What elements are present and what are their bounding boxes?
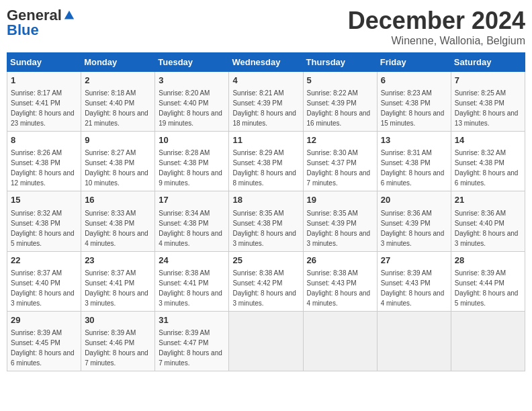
col-monday: Monday <box>81 53 155 72</box>
col-saturday: Saturday <box>451 53 525 72</box>
day-number: 9 <box>85 134 151 146</box>
calendar-cell: 15Sunrise: 8:32 AMSunset: 4:38 PMDayligh… <box>7 191 81 251</box>
day-number: 19 <box>307 194 373 206</box>
day-info: Sunrise: 8:38 AMSunset: 4:41 PMDaylight:… <box>159 269 222 307</box>
day-number: 1 <box>11 75 77 87</box>
day-number: 22 <box>11 255 77 267</box>
calendar-cell: 5Sunrise: 8:22 AMSunset: 4:39 PMDaylight… <box>303 72 377 132</box>
day-info: Sunrise: 8:33 AMSunset: 4:38 PMDaylight:… <box>85 210 148 247</box>
calendar-week-row: 22Sunrise: 8:37 AMSunset: 4:40 PMDayligh… <box>7 251 525 311</box>
calendar-cell: 12Sunrise: 8:30 AMSunset: 4:37 PMDayligh… <box>303 132 377 191</box>
col-friday: Friday <box>377 53 451 72</box>
day-number: 24 <box>159 255 225 267</box>
calendar-cell: 31Sunrise: 8:39 AMSunset: 4:47 PMDayligh… <box>155 311 229 371</box>
day-number: 23 <box>85 255 151 267</box>
day-number: 3 <box>159 75 225 87</box>
calendar-cell: 11Sunrise: 8:29 AMSunset: 4:38 PMDayligh… <box>229 132 303 191</box>
calendar-cell: 26Sunrise: 8:38 AMSunset: 4:43 PMDayligh… <box>303 251 377 311</box>
day-number: 6 <box>381 75 447 87</box>
day-number: 17 <box>159 194 225 206</box>
calendar-week-row: 8Sunrise: 8:26 AMSunset: 4:38 PMDaylight… <box>7 132 525 191</box>
month-title: December 2024 <box>348 7 525 35</box>
calendar-cell <box>377 311 451 371</box>
calendar-cell: 23Sunrise: 8:37 AMSunset: 4:41 PMDayligh… <box>81 251 155 311</box>
day-info: Sunrise: 8:30 AMSunset: 4:37 PMDaylight:… <box>307 149 371 187</box>
day-info: Sunrise: 8:39 AMSunset: 4:44 PMDaylight:… <box>455 269 519 307</box>
day-info: Sunrise: 8:31 AMSunset: 4:38 PMDaylight:… <box>381 149 445 187</box>
calendar-cell <box>229 311 303 371</box>
day-info: Sunrise: 8:35 AMSunset: 4:38 PMDaylight:… <box>232 210 296 247</box>
location-subtitle: Winenne, Wallonia, Belgium <box>348 35 525 47</box>
day-number: 5 <box>307 75 373 87</box>
day-info: Sunrise: 8:38 AMSunset: 4:43 PMDaylight:… <box>307 269 371 307</box>
day-info: Sunrise: 8:38 AMSunset: 4:42 PMDaylight:… <box>232 269 296 307</box>
day-info: Sunrise: 8:37 AMSunset: 4:41 PMDaylight:… <box>85 269 148 307</box>
day-number: 11 <box>232 134 299 146</box>
calendar-cell: 14Sunrise: 8:32 AMSunset: 4:38 PMDayligh… <box>451 132 525 191</box>
calendar-cell: 30Sunrise: 8:39 AMSunset: 4:46 PMDayligh… <box>81 311 155 371</box>
day-info: Sunrise: 8:32 AMSunset: 4:38 PMDaylight:… <box>11 210 75 247</box>
logo: General Blue <box>7 7 75 39</box>
day-info: Sunrise: 8:39 AMSunset: 4:45 PMDaylight:… <box>11 329 75 367</box>
calendar-week-row: 1Sunrise: 8:17 AMSunset: 4:41 PMDaylight… <box>7 72 525 132</box>
calendar-cell: 28Sunrise: 8:39 AMSunset: 4:44 PMDayligh… <box>451 251 525 311</box>
title-area: December 2024 Winenne, Wallonia, Belgium <box>348 7 525 47</box>
calendar-cell: 8Sunrise: 8:26 AMSunset: 4:38 PMDaylight… <box>7 132 81 191</box>
day-number: 28 <box>455 255 521 267</box>
col-wednesday: Wednesday <box>229 53 303 72</box>
calendar-cell: 17Sunrise: 8:34 AMSunset: 4:38 PMDayligh… <box>155 191 229 251</box>
day-number: 18 <box>232 194 299 206</box>
calendar-cell: 24Sunrise: 8:38 AMSunset: 4:41 PMDayligh… <box>155 251 229 311</box>
calendar-cell: 19Sunrise: 8:35 AMSunset: 4:39 PMDayligh… <box>303 191 377 251</box>
day-info: Sunrise: 8:22 AMSunset: 4:39 PMDaylight:… <box>307 89 371 127</box>
logo-triangle-icon <box>63 9 75 21</box>
calendar-cell: 10Sunrise: 8:28 AMSunset: 4:38 PMDayligh… <box>155 132 229 191</box>
calendar-cell: 25Sunrise: 8:38 AMSunset: 4:42 PMDayligh… <box>229 251 303 311</box>
calendar-cell: 22Sunrise: 8:37 AMSunset: 4:40 PMDayligh… <box>7 251 81 311</box>
day-number: 8 <box>11 134 77 146</box>
day-number: 4 <box>232 75 299 87</box>
calendar-cell: 4Sunrise: 8:21 AMSunset: 4:39 PMDaylight… <box>229 72 303 132</box>
header: General Blue December 2024 Winenne, Wall… <box>7 7 525 47</box>
day-number: 31 <box>159 314 225 326</box>
col-thursday: Thursday <box>303 53 377 72</box>
calendar-cell: 2Sunrise: 8:18 AMSunset: 4:40 PMDaylight… <box>81 72 155 132</box>
day-info: Sunrise: 8:35 AMSunset: 4:39 PMDaylight:… <box>307 210 371 247</box>
day-number: 29 <box>11 314 77 326</box>
svg-marker-0 <box>64 11 74 19</box>
day-number: 16 <box>85 194 151 206</box>
day-info: Sunrise: 8:29 AMSunset: 4:38 PMDaylight:… <box>232 149 296 187</box>
calendar-cell: 27Sunrise: 8:39 AMSunset: 4:43 PMDayligh… <box>377 251 451 311</box>
calendar-cell: 3Sunrise: 8:20 AMSunset: 4:40 PMDaylight… <box>155 72 229 132</box>
calendar-table: Sunday Monday Tuesday Wednesday Thursday… <box>7 52 525 371</box>
col-sunday: Sunday <box>7 53 81 72</box>
calendar-cell: 9Sunrise: 8:27 AMSunset: 4:38 PMDaylight… <box>81 132 155 191</box>
day-number: 13 <box>381 134 447 146</box>
calendar-header-row: Sunday Monday Tuesday Wednesday Thursday… <box>7 53 525 72</box>
calendar-cell: 16Sunrise: 8:33 AMSunset: 4:38 PMDayligh… <box>81 191 155 251</box>
calendar-cell: 20Sunrise: 8:36 AMSunset: 4:39 PMDayligh… <box>377 191 451 251</box>
day-number: 7 <box>455 75 521 87</box>
day-number: 26 <box>307 255 373 267</box>
col-tuesday: Tuesday <box>155 53 229 72</box>
day-number: 30 <box>85 314 151 326</box>
day-info: Sunrise: 8:21 AMSunset: 4:39 PMDaylight:… <box>232 89 296 127</box>
calendar-cell: 18Sunrise: 8:35 AMSunset: 4:38 PMDayligh… <box>229 191 303 251</box>
day-info: Sunrise: 8:34 AMSunset: 4:38 PMDaylight:… <box>159 210 222 247</box>
day-info: Sunrise: 8:20 AMSunset: 4:40 PMDaylight:… <box>159 89 222 127</box>
day-number: 27 <box>381 255 447 267</box>
day-info: Sunrise: 8:17 AMSunset: 4:41 PMDaylight:… <box>11 89 75 127</box>
day-info: Sunrise: 8:39 AMSunset: 4:47 PMDaylight:… <box>159 329 222 367</box>
day-info: Sunrise: 8:36 AMSunset: 4:39 PMDaylight:… <box>381 210 445 247</box>
day-info: Sunrise: 8:26 AMSunset: 4:38 PMDaylight:… <box>11 149 75 187</box>
day-number: 2 <box>85 75 151 87</box>
calendar-cell: 6Sunrise: 8:23 AMSunset: 4:38 PMDaylight… <box>377 72 451 132</box>
day-info: Sunrise: 8:39 AMSunset: 4:43 PMDaylight:… <box>381 269 445 307</box>
day-info: Sunrise: 8:28 AMSunset: 4:38 PMDaylight:… <box>159 149 222 187</box>
day-info: Sunrise: 8:27 AMSunset: 4:38 PMDaylight:… <box>85 149 148 187</box>
day-info: Sunrise: 8:32 AMSunset: 4:38 PMDaylight:… <box>455 149 519 187</box>
day-number: 14 <box>455 134 521 146</box>
day-info: Sunrise: 8:39 AMSunset: 4:46 PMDaylight:… <box>85 329 148 367</box>
day-info: Sunrise: 8:25 AMSunset: 4:38 PMDaylight:… <box>455 89 519 127</box>
day-info: Sunrise: 8:18 AMSunset: 4:40 PMDaylight:… <box>85 89 148 127</box>
